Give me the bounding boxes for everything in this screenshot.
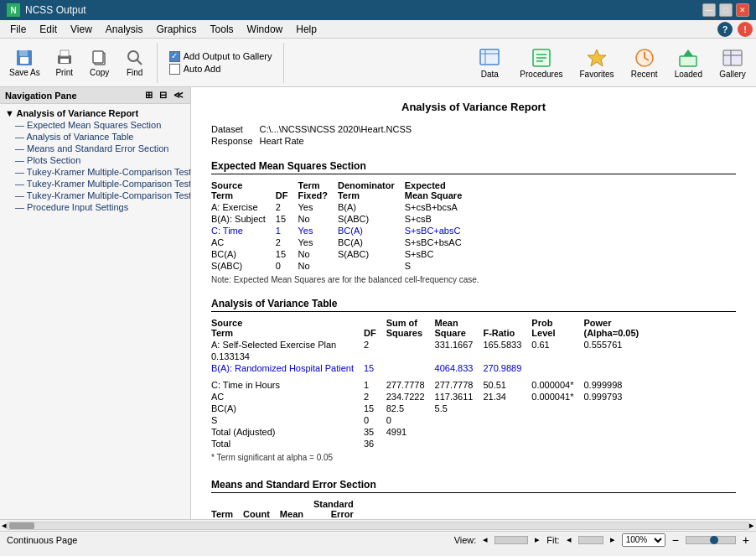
zoom-out-btn[interactable]: − — [672, 533, 679, 547]
cell-denom: B(A) — [338, 201, 405, 213]
col-df: DF — [276, 179, 298, 201]
means-table: Term Count Mean StandardError — [211, 498, 364, 519]
fit-slider[interactable] — [578, 536, 603, 544]
copy-label: Copy — [90, 68, 109, 77]
cell-fixed: Yes — [298, 225, 337, 236]
print-button[interactable]: Print — [48, 45, 81, 80]
cell-term: Total (Adjusted) — [211, 426, 364, 438]
nav-item-anova-table[interactable]: — Analysis of Variance Table — [2, 131, 189, 143]
hscroll-thumb[interactable] — [9, 522, 34, 529]
nav-item-means-section[interactable]: — Means and Standard Error Section — [2, 143, 189, 154]
view-slider[interactable] — [495, 536, 528, 544]
cell-term: B(A): Randomized Hospital Patient — [211, 362, 364, 374]
content-area[interactable]: Analysis of Variance Report Dataset C:\.… — [191, 87, 756, 519]
close-button[interactable]: ✕ — [736, 3, 749, 17]
svg-marker-22 — [683, 49, 693, 56]
nav-expand-btn[interactable]: ⊟ — [158, 90, 168, 101]
scroll-right-btn[interactable]: ▸ — [749, 520, 754, 531]
svg-rect-21 — [680, 56, 696, 66]
svg-rect-2 — [20, 57, 28, 64]
loaded-label: Loaded — [675, 70, 702, 79]
hscroll-track[interactable] — [7, 522, 749, 530]
cell-term: C: Time in Hours — [211, 379, 364, 391]
nav-item-plots[interactable]: — Plots Section — [2, 154, 189, 166]
report-info-table: Dataset C:\...\NCSS\NCSS 2020\Heart.NCSS… — [211, 123, 418, 147]
cell-prob: 0.61 — [531, 339, 583, 351]
info-icon[interactable]: ! — [738, 22, 753, 37]
maximize-button[interactable]: □ — [719, 3, 733, 17]
menu-edit[interactable]: Edit — [33, 22, 64, 37]
menu-help[interactable]: Help — [289, 22, 324, 37]
svg-rect-10 — [480, 49, 499, 65]
procedures-button[interactable]: Procedures — [513, 44, 569, 81]
nav-collapse-btn[interactable]: ⊞ — [143, 90, 154, 101]
cell-power: 0.555761 — [583, 339, 649, 351]
data-button[interactable]: Data — [469, 44, 510, 81]
table-row: B(A): Subject 15 No S(ABC) S+csB — [211, 213, 472, 225]
nav-item-expected-mean[interactable]: — Expected Mean Squares Section — [2, 119, 189, 131]
status-right: View: ◂ ▸ Fit: ◂ ▸ 100% 50% 75% 125% 150… — [454, 533, 749, 547]
col-mean3: Mean — [280, 498, 313, 519]
add-output-button[interactable]: ✓ Add Output to Gallery — [169, 51, 272, 62]
nav-item-tukey-3[interactable]: — Tukey-Kramer Multiple-Comparison Test — [2, 190, 189, 201]
cell-ss: 234.7222 — [386, 391, 435, 403]
view-increase-btn[interactable]: ▸ — [535, 534, 540, 545]
menu-view[interactable]: View — [64, 22, 99, 37]
cell-fixed: No — [298, 213, 337, 225]
fit-increase-btn[interactable]: ▸ — [610, 534, 615, 545]
cell-f — [483, 438, 531, 449]
cell-power — [583, 438, 649, 449]
menu-graphics[interactable]: Graphics — [150, 22, 204, 37]
minimize-button[interactable]: — — [702, 3, 716, 17]
table-row: AC 2 Yes BC(A) S+sBC+bsAC — [211, 236, 472, 248]
cell-ms — [435, 414, 484, 426]
menu-window[interactable]: Window — [241, 22, 290, 37]
cell-ems: S+csB — [405, 213, 472, 225]
cell-prob: 0.000004* — [531, 379, 583, 391]
cell-ss: 82.5 — [386, 403, 435, 414]
zoom-select[interactable]: 100% 50% 75% 125% 150% 200% — [622, 533, 665, 547]
zoom-slider[interactable] — [686, 536, 736, 544]
copy-button[interactable]: Copy — [83, 45, 117, 80]
nav-close-btn[interactable]: ≪ — [172, 90, 185, 101]
nav-item-report[interactable]: ▼ Analysis of Variance Report — [2, 107, 189, 119]
cell-power — [583, 362, 649, 374]
cell-denom — [338, 260, 405, 272]
section1-title: Expected Mean Squares Section — [211, 160, 366, 172]
menu-analysis[interactable]: Analysis — [99, 22, 150, 37]
help-icon[interactable]: ? — [717, 22, 733, 37]
fit-decrease-btn[interactable]: ◂ — [567, 534, 572, 545]
cell-df: 15 — [276, 248, 298, 260]
menu-file[interactable]: File — [3, 22, 33, 37]
nav-item-procedure[interactable]: — Procedure Input Settings — [2, 201, 189, 213]
cell-term: S — [211, 414, 364, 426]
view-decrease-btn[interactable]: ◂ — [483, 534, 488, 545]
zoom-in-btn[interactable]: + — [743, 533, 749, 547]
auto-add-button[interactable]: Auto Add — [169, 64, 272, 75]
cell-ss — [386, 339, 435, 351]
menu-tools[interactable]: Tools — [204, 22, 241, 37]
cell-ms: 277.7778 — [435, 379, 484, 391]
cell-fixed: No — [298, 248, 337, 260]
nav-pane-header: Navigation Pane ⊞ ⊟ ≪ — [0, 87, 190, 104]
cell-power — [583, 426, 649, 438]
favorites-button[interactable]: Favorites — [573, 44, 621, 81]
recent-button[interactable]: Recent — [624, 44, 665, 81]
gallery-button[interactable]: Gallery — [712, 44, 753, 81]
cell-term: BC(A) — [211, 248, 276, 260]
find-button[interactable]: Find — [118, 45, 152, 80]
loaded-button[interactable]: Loaded — [668, 44, 709, 81]
nav-item-tukey-2[interactable]: — Tukey-Kramer Multiple-Comparison Test — [2, 178, 189, 190]
cell-ems: S+sBC+absC — [405, 225, 472, 236]
cell-f: 270.9889 — [483, 362, 531, 374]
table-row: S(ABC) 0 No S — [211, 260, 472, 272]
cell-term: C: Time — [211, 225, 276, 236]
cell-fixed: Yes — [298, 201, 337, 213]
cell-term: AC — [211, 391, 364, 403]
nav-expand-icon: ▼ — [5, 108, 17, 118]
table-row: BC(A) 15 82.5 5.5 — [211, 403, 649, 414]
nav-item-tukey-1[interactable]: — Tukey-Kramer Multiple-Comparison Test — [2, 166, 189, 178]
cell-power: 0.999793 — [583, 391, 649, 403]
cell-ss: 4991 — [386, 426, 435, 438]
save-as-button[interactable]: Save As — [3, 45, 46, 80]
